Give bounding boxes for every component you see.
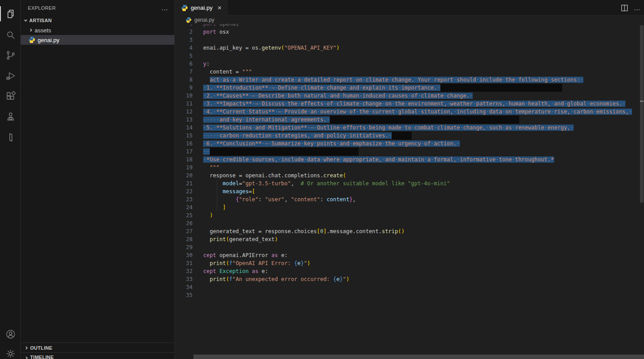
line-number: 7 bbox=[175, 68, 193, 76]
horizontal-scrollbar[interactable] bbox=[193, 355, 644, 359]
code-line[interactable]: 7 content = """ bbox=[175, 68, 644, 76]
line-number: 10 bbox=[175, 92, 193, 100]
code-line[interactable]: 19 """ bbox=[175, 164, 644, 172]
python-file-icon bbox=[28, 36, 35, 43]
search-icon[interactable] bbox=[0, 25, 21, 45]
tab-bar: genai.py ✕ ... bbox=[175, 0, 644, 16]
code-line[interactable]: 5 bbox=[175, 52, 644, 60]
code-line[interactable]: 33 print(f"An unexpected error occurred:… bbox=[175, 275, 644, 283]
editor-group: genai.py ✕ ... 1port openai2port osx34en… bbox=[175, 0, 644, 359]
outline-label: OUTLINE bbox=[30, 345, 52, 351]
line-number: 26 bbox=[175, 219, 193, 227]
python-file-icon bbox=[181, 4, 188, 12]
code-line[interactable]: 14·5.·**Solutions·and·Mitigation**·—·Out… bbox=[175, 124, 644, 132]
breadcrumb[interactable]: genai.py bbox=[175, 16, 638, 24]
close-icon[interactable]: ✕ bbox=[216, 4, 224, 12]
line-number: 13 bbox=[175, 116, 193, 124]
code-line[interactable]: 27 generated_text = response.choices[0].… bbox=[175, 227, 644, 235]
code-line[interactable]: 13·····and·key·international·agreements.… bbox=[175, 116, 644, 124]
code-line[interactable]: 9·1.·**Introduction**·—·Define·climate·c… bbox=[175, 84, 644, 92]
line-number: 14 bbox=[175, 124, 193, 132]
run-debug-icon[interactable] bbox=[0, 66, 21, 86]
outline-section-header[interactable]: OUTLINE bbox=[21, 343, 174, 352]
line-number: 3 bbox=[175, 36, 193, 44]
line-number: 2 bbox=[175, 28, 193, 36]
code-area[interactable]: 1port openai2port osx34enai.api_key = os… bbox=[175, 20, 644, 357]
code-line[interactable]: 6y: bbox=[175, 60, 644, 68]
code-line[interactable]: 21 model="gpt-3.5-turbo", # Or another s… bbox=[175, 180, 644, 187]
code-line[interactable]: 11·3.·**Impacts**·—·Discuss·the·effects·… bbox=[175, 100, 644, 108]
source-control-icon[interactable] bbox=[0, 45, 21, 66]
code-line[interactable]: 2port osx bbox=[175, 28, 644, 36]
line-number: 9 bbox=[175, 84, 193, 92]
line-number: 29 bbox=[175, 243, 193, 251]
line-number: 19 bbox=[175, 164, 193, 172]
code-line[interactable]: 18·*Use·credible·sources,·include·data·w… bbox=[175, 156, 644, 164]
code-line[interactable]: 28 print(generated_text) bbox=[175, 235, 644, 243]
code-line[interactable]: 31 print(f"OpenAI API Error: {e}") bbox=[175, 259, 644, 267]
notebook-icon[interactable] bbox=[0, 127, 21, 148]
code-line[interactable]: 26 bbox=[175, 219, 644, 227]
split-editor-icon[interactable] bbox=[621, 4, 629, 12]
line-number: 20 bbox=[175, 172, 193, 180]
timeline-label: TIMELINE bbox=[30, 355, 54, 359]
code-line[interactable]: 29 bbox=[175, 243, 644, 251]
line-number: 21 bbox=[175, 180, 193, 187]
line-number: 34 bbox=[175, 283, 193, 291]
folder-label: assets bbox=[35, 27, 51, 34]
breadcrumb-file: genai.py bbox=[194, 17, 214, 23]
line-number: 16 bbox=[175, 140, 193, 148]
code-line[interactable]: 17·· bbox=[175, 148, 644, 156]
timeline-section-header[interactable]: TIMELINE bbox=[21, 352, 174, 359]
line-number: 31 bbox=[175, 259, 193, 267]
code-line[interactable]: 8 act·as·a·Writer·and·create·a·detailed·… bbox=[175, 76, 644, 84]
account-icon[interactable] bbox=[0, 324, 21, 344]
line-number: 6 bbox=[175, 60, 193, 68]
extensions-icon[interactable] bbox=[0, 86, 21, 106]
code-line[interactable]: 16·6.·**Conclusion**·—·Summarize·key·poi… bbox=[175, 140, 644, 148]
sidebar-item-assets[interactable]: assets bbox=[21, 25, 174, 35]
sidebar-item-genai-py[interactable]: genai.py bbox=[21, 35, 174, 45]
code-line[interactable]: 22 messages=[ bbox=[175, 187, 644, 195]
file-label: genai.py bbox=[38, 37, 59, 43]
code-line[interactable]: 23 {"role": "user", "content": content}, bbox=[175, 195, 644, 203]
files-icon[interactable] bbox=[0, 4, 21, 24]
code-line[interactable]: 25 ) bbox=[175, 211, 644, 219]
line-number: 28 bbox=[175, 235, 193, 243]
code-line[interactable]: 12·4.·**Current·Status**·—·Provide·an·ov… bbox=[175, 108, 644, 116]
vertical-scrollbar[interactable] bbox=[640, 25, 644, 203]
line-number: 12 bbox=[175, 108, 193, 116]
editor-more-actions-icon[interactable]: ... bbox=[634, 4, 640, 12]
code-line[interactable]: 10·2.·**Causes**·—·Describe·both·natural… bbox=[175, 92, 644, 100]
line-number: 15 bbox=[175, 132, 193, 140]
ai-assistant-icon[interactable] bbox=[0, 106, 21, 127]
line-number: 11 bbox=[175, 100, 193, 108]
vscode-window: EXPLORER ... ARTISAN assets genai.py OUT… bbox=[0, 0, 644, 359]
root-folder-header[interactable]: ARTISAN bbox=[21, 16, 174, 25]
explorer-sidebar: EXPLORER ... ARTISAN assets genai.py OUT… bbox=[21, 0, 175, 359]
code-line[interactable]: 32cept Exception as e: bbox=[175, 267, 644, 275]
code-line[interactable]: 20 response = openai.chat.completions.cr… bbox=[175, 172, 644, 180]
code-line[interactable]: 24 ] bbox=[175, 203, 644, 211]
sidebar-title: EXPLORER bbox=[28, 5, 56, 11]
line-number: 33 bbox=[175, 275, 193, 283]
activity-bar bbox=[0, 0, 21, 359]
redaction-box bbox=[210, 148, 359, 156]
tab-genai-py[interactable]: genai.py ✕ bbox=[175, 0, 228, 16]
explorer-more-actions-icon[interactable]: ... bbox=[162, 4, 168, 12]
code-line[interactable]: 30cept openai.APIError as e: bbox=[175, 251, 644, 259]
code-line[interactable]: 3 bbox=[175, 36, 644, 44]
line-number: 18 bbox=[175, 156, 193, 164]
settings-gear-icon[interactable] bbox=[0, 343, 21, 359]
line-number: 5 bbox=[175, 52, 193, 60]
code-line[interactable]: 4enai.api_key = os.getenv("OPENAI_API_KE… bbox=[175, 44, 644, 52]
chevron-right-icon bbox=[23, 344, 30, 351]
tab-label: genai.py bbox=[191, 4, 212, 11]
redaction-box bbox=[440, 84, 562, 92]
code-line[interactable]: 35 bbox=[175, 291, 644, 299]
overview-ruler-selection-mark bbox=[640, 101, 644, 102]
code-line[interactable]: 15·····carbon·reduction·strategies,·and·… bbox=[175, 132, 644, 140]
code-line[interactable]: 34 bbox=[175, 283, 644, 291]
line-number: 27 bbox=[175, 227, 193, 235]
line-number: 24 bbox=[175, 203, 193, 211]
